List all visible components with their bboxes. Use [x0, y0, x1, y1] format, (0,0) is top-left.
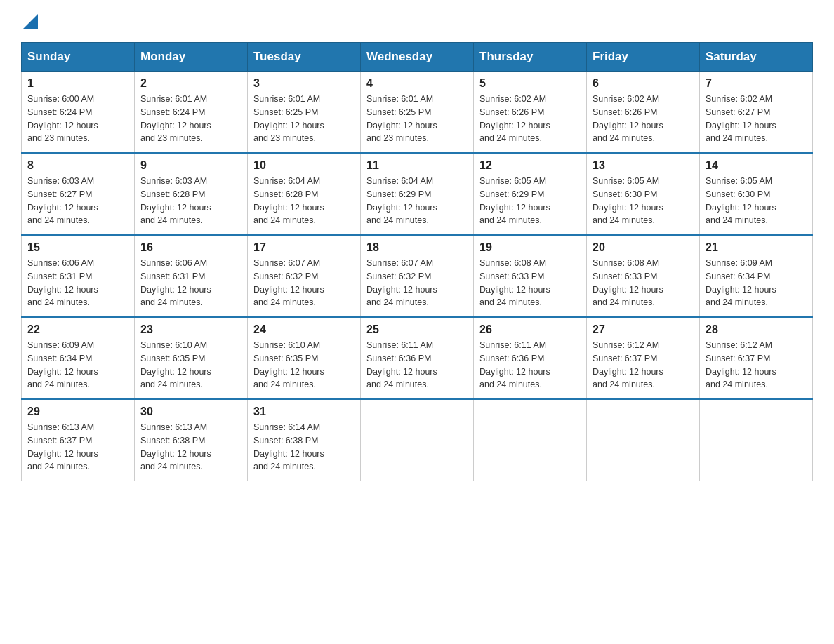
calendar-table: SundayMondayTuesdayWednesdayThursdayFrid…: [21, 42, 813, 481]
day-number: 25: [366, 323, 468, 336]
calendar-week-3: 15 Sunrise: 6:06 AMSunset: 6:31 PMDaylig…: [22, 235, 813, 317]
day-number: 2: [140, 77, 241, 90]
day-info: Sunrise: 6:10 AMSunset: 6:35 PMDaylight:…: [253, 340, 324, 389]
day-info: Sunrise: 6:08 AMSunset: 6:33 PMDaylight:…: [479, 258, 550, 307]
header-thursday: Thursday: [474, 43, 587, 72]
header-tuesday: Tuesday: [248, 43, 361, 72]
calendar-cell: 14 Sunrise: 6:05 AMSunset: 6:30 PMDaylig…: [700, 153, 813, 235]
day-number: 27: [593, 323, 694, 336]
calendar-week-2: 8 Sunrise: 6:03 AMSunset: 6:27 PMDayligh…: [22, 153, 813, 235]
day-number: 18: [366, 241, 468, 254]
day-info: Sunrise: 6:04 AMSunset: 6:29 PMDaylight:…: [366, 176, 437, 225]
day-number: 21: [706, 241, 807, 254]
calendar-cell: 7 Sunrise: 6:02 AMSunset: 6:27 PMDayligh…: [700, 72, 813, 154]
calendar-cell: [587, 399, 700, 481]
day-info: Sunrise: 6:06 AMSunset: 6:31 PMDaylight:…: [140, 258, 211, 307]
calendar-cell: 6 Sunrise: 6:02 AMSunset: 6:26 PMDayligh…: [587, 72, 700, 154]
day-info: Sunrise: 6:11 AMSunset: 6:36 PMDaylight:…: [366, 340, 437, 389]
header-monday: Monday: [135, 43, 248, 72]
day-number: 13: [593, 159, 694, 172]
day-number: 28: [706, 323, 807, 336]
calendar-cell: 28 Sunrise: 6:12 AMSunset: 6:37 PMDaylig…: [700, 317, 813, 399]
header-sunday: Sunday: [22, 43, 135, 72]
day-info: Sunrise: 6:10 AMSunset: 6:35 PMDaylight:…: [140, 340, 211, 389]
day-info: Sunrise: 6:01 AMSunset: 6:25 PMDaylight:…: [253, 94, 324, 143]
day-number: 8: [27, 159, 128, 172]
calendar-cell: 13 Sunrise: 6:05 AMSunset: 6:30 PMDaylig…: [587, 153, 700, 235]
calendar-cell: 22 Sunrise: 6:09 AMSunset: 6:34 PMDaylig…: [22, 317, 135, 399]
day-info: Sunrise: 6:02 AMSunset: 6:26 PMDaylight:…: [479, 94, 550, 143]
day-info: Sunrise: 6:05 AMSunset: 6:30 PMDaylight:…: [706, 176, 776, 225]
calendar-cell: 26 Sunrise: 6:11 AMSunset: 6:36 PMDaylig…: [474, 317, 587, 399]
day-number: 23: [140, 323, 241, 336]
day-number: 31: [253, 405, 355, 418]
page-header: [21, 14, 813, 29]
calendar-cell: 3 Sunrise: 6:01 AMSunset: 6:25 PMDayligh…: [248, 72, 361, 154]
day-number: 7: [706, 77, 807, 90]
day-info: Sunrise: 6:03 AMSunset: 6:27 PMDaylight:…: [27, 176, 98, 225]
day-info: Sunrise: 6:03 AMSunset: 6:28 PMDaylight:…: [140, 176, 211, 225]
calendar-cell: [474, 399, 587, 481]
header-saturday: Saturday: [700, 43, 813, 72]
calendar-cell: 1 Sunrise: 6:00 AMSunset: 6:24 PMDayligh…: [22, 72, 135, 154]
calendar-cell: 4 Sunrise: 6:01 AMSunset: 6:25 PMDayligh…: [361, 72, 474, 154]
day-number: 4: [366, 77, 468, 90]
day-info: Sunrise: 6:05 AMSunset: 6:30 PMDaylight:…: [593, 176, 663, 225]
calendar-cell: 10 Sunrise: 6:04 AMSunset: 6:28 PMDaylig…: [248, 153, 361, 235]
day-number: 1: [27, 77, 128, 90]
calendar-cell: 19 Sunrise: 6:08 AMSunset: 6:33 PMDaylig…: [474, 235, 587, 317]
logo-triangle-icon: [22, 14, 38, 29]
day-number: 15: [27, 241, 128, 254]
day-number: 12: [479, 159, 581, 172]
calendar-cell: 5 Sunrise: 6:02 AMSunset: 6:26 PMDayligh…: [474, 72, 587, 154]
day-number: 26: [479, 323, 581, 336]
day-info: Sunrise: 6:13 AMSunset: 6:38 PMDaylight:…: [140, 422, 211, 471]
day-number: 11: [366, 159, 468, 172]
day-info: Sunrise: 6:14 AMSunset: 6:38 PMDaylight:…: [253, 422, 324, 471]
calendar-cell: 8 Sunrise: 6:03 AMSunset: 6:27 PMDayligh…: [22, 153, 135, 235]
day-info: Sunrise: 6:01 AMSunset: 6:25 PMDaylight:…: [366, 94, 437, 143]
day-number: 6: [593, 77, 694, 90]
calendar-cell: 29 Sunrise: 6:13 AMSunset: 6:37 PMDaylig…: [22, 399, 135, 481]
day-info: Sunrise: 6:01 AMSunset: 6:24 PMDaylight:…: [140, 94, 211, 143]
header-wednesday: Wednesday: [361, 43, 474, 72]
calendar-cell: 15 Sunrise: 6:06 AMSunset: 6:31 PMDaylig…: [22, 235, 135, 317]
calendar-cell: 24 Sunrise: 6:10 AMSunset: 6:35 PMDaylig…: [248, 317, 361, 399]
calendar-week-1: 1 Sunrise: 6:00 AMSunset: 6:24 PMDayligh…: [22, 72, 813, 154]
calendar-cell: 25 Sunrise: 6:11 AMSunset: 6:36 PMDaylig…: [361, 317, 474, 399]
day-number: 17: [253, 241, 355, 254]
calendar-cell: 17 Sunrise: 6:07 AMSunset: 6:32 PMDaylig…: [248, 235, 361, 317]
calendar-cell: 31 Sunrise: 6:14 AMSunset: 6:38 PMDaylig…: [248, 399, 361, 481]
day-info: Sunrise: 6:09 AMSunset: 6:34 PMDaylight:…: [27, 340, 98, 389]
day-info: Sunrise: 6:11 AMSunset: 6:36 PMDaylight:…: [479, 340, 550, 389]
day-number: 19: [479, 241, 581, 254]
day-info: Sunrise: 6:06 AMSunset: 6:31 PMDaylight:…: [27, 258, 98, 307]
day-info: Sunrise: 6:09 AMSunset: 6:34 PMDaylight:…: [706, 258, 776, 307]
day-number: 30: [140, 405, 241, 418]
calendar-cell: 23 Sunrise: 6:10 AMSunset: 6:35 PMDaylig…: [135, 317, 248, 399]
day-info: Sunrise: 6:07 AMSunset: 6:32 PMDaylight:…: [366, 258, 437, 307]
day-info: Sunrise: 6:13 AMSunset: 6:37 PMDaylight:…: [27, 422, 98, 471]
day-info: Sunrise: 6:12 AMSunset: 6:37 PMDaylight:…: [593, 340, 663, 389]
day-number: 16: [140, 241, 241, 254]
calendar-cell: 11 Sunrise: 6:04 AMSunset: 6:29 PMDaylig…: [361, 153, 474, 235]
logo: [21, 14, 38, 29]
header-friday: Friday: [587, 43, 700, 72]
calendar-cell: 12 Sunrise: 6:05 AMSunset: 6:29 PMDaylig…: [474, 153, 587, 235]
day-number: 22: [27, 323, 128, 336]
calendar-cell: 16 Sunrise: 6:06 AMSunset: 6:31 PMDaylig…: [135, 235, 248, 317]
calendar-header-row: SundayMondayTuesdayWednesdayThursdayFrid…: [22, 43, 813, 72]
calendar-cell: 2 Sunrise: 6:01 AMSunset: 6:24 PMDayligh…: [135, 72, 248, 154]
day-info: Sunrise: 6:02 AMSunset: 6:27 PMDaylight:…: [706, 94, 776, 143]
day-info: Sunrise: 6:05 AMSunset: 6:29 PMDaylight:…: [479, 176, 550, 225]
day-number: 5: [479, 77, 581, 90]
day-number: 24: [253, 323, 355, 336]
calendar-cell: 20 Sunrise: 6:08 AMSunset: 6:33 PMDaylig…: [587, 235, 700, 317]
day-info: Sunrise: 6:07 AMSunset: 6:32 PMDaylight:…: [253, 258, 324, 307]
day-number: 14: [706, 159, 807, 172]
day-info: Sunrise: 6:12 AMSunset: 6:37 PMDaylight:…: [706, 340, 776, 389]
day-info: Sunrise: 6:08 AMSunset: 6:33 PMDaylight:…: [593, 258, 663, 307]
day-info: Sunrise: 6:00 AMSunset: 6:24 PMDaylight:…: [27, 94, 98, 143]
day-number: 3: [253, 77, 355, 90]
day-number: 10: [253, 159, 355, 172]
